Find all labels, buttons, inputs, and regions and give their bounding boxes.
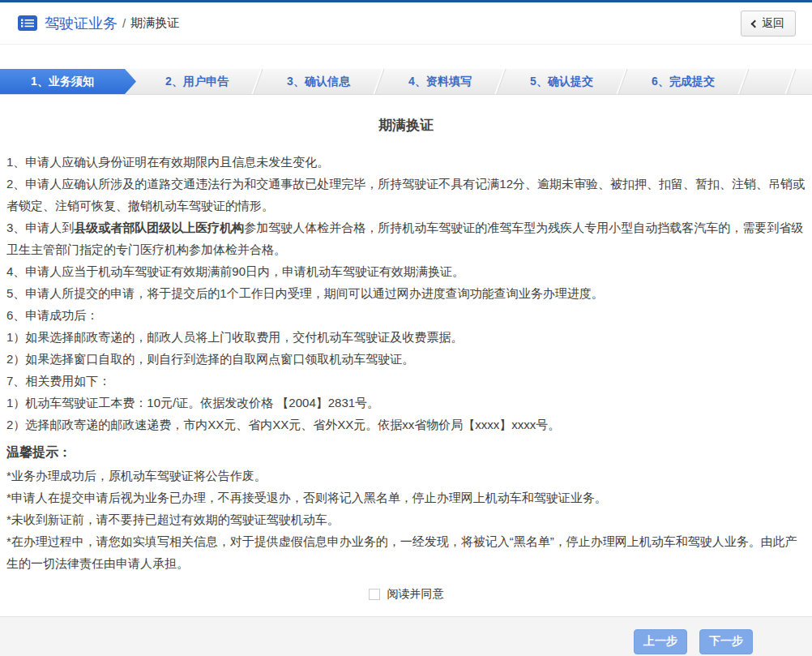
notice-item-7-sub-2: 2）选择邮政寄递的邮政速递费，市内XX元、省内XX元、省外XX元。依据xx省物价… bbox=[6, 414, 806, 435]
agree-checkbox[interactable] bbox=[369, 589, 380, 600]
back-button-label: 返回 bbox=[762, 16, 784, 31]
step-6-complete-submit: 6、完成提交 bbox=[622, 69, 744, 94]
header: 驾驶证业务 / 期满换证 返回 bbox=[0, 2, 812, 45]
agree-checkbox-label[interactable]: 阅读并同意 bbox=[387, 587, 444, 602]
notice-item-2: 2、申请人应确认所涉及的道路交通违法行为和交通事故已处理完毕，所持驾驶证不具有记… bbox=[6, 173, 806, 217]
step-2-user-declaration: 2、用户申告 bbox=[136, 69, 258, 94]
main-content: 期满换证 1、申请人应确认身份证明在有效期限内且信息未发生变化。 2、申请人应确… bbox=[0, 116, 812, 602]
step-3-confirm-info: 3、确认信息 bbox=[258, 69, 379, 94]
step-progress-bar: 1、业务须知 2、用户申告 3、确认信息 4、资料填写 5、确认提交 6、完成提… bbox=[0, 69, 812, 95]
content-title: 期满换证 bbox=[6, 116, 806, 135]
agreement-row: 阅读并同意 bbox=[6, 587, 806, 602]
tip-item-3: *未收到新证前，请不要持已超过有效期的驾驶证驾驶机动车。 bbox=[6, 508, 806, 530]
tip-item-2: *申请人在提交申请后视为业务已办理，不再接受退办，否则将记入黑名单，停止办理网上… bbox=[6, 487, 806, 508]
step-label: 2、用户申告 bbox=[165, 75, 229, 89]
notice-item-6-sub-2: 2）如果选择窗口自取的，则自行到选择的自取网点窗口领取机动车驾驶证。 bbox=[6, 348, 806, 370]
notice-item-1: 1、申请人应确认身份证明在有效期限内且信息未发生变化。 bbox=[6, 151, 806, 173]
breadcrumb: 驾驶证业务 / 期满换证 bbox=[18, 14, 179, 33]
tip-item-4: *在办理过程中，请您如实填写相关信息，对于提供虚假信息申办业务的，一经发现，将被… bbox=[6, 530, 806, 574]
step-1-business-notice: 1、业务须知 bbox=[0, 69, 136, 94]
notice-3-bold-text: 县级或者部队团级以上医疗机构 bbox=[74, 221, 244, 234]
notice-item-5: 5、申请人所提交的申请，将于提交后的1个工作日内受理，期间可以通过网办进度查询功… bbox=[6, 282, 806, 304]
notice-item-7: 7、相关费用如下： bbox=[6, 370, 806, 392]
tip-item-1: *业务办理成功后，原机动车驾驶证将公告作废。 bbox=[6, 465, 806, 487]
breadcrumb-separator: / bbox=[122, 16, 126, 30]
notice-3-prefix: 3、申请人到 bbox=[6, 221, 74, 234]
license-business-icon bbox=[18, 15, 37, 31]
notice-item-4: 4、申请人应当于机动车驾驶证有效期满前90日内，申请机动车驾驶证有效期满换证。 bbox=[6, 260, 806, 282]
notice-item-7-sub-1: 1）机动车驾驶证工本费：10元/证。依据发改价格 【2004】2831号。 bbox=[6, 392, 806, 414]
notice-item-6: 6、申请成功后： bbox=[6, 304, 806, 326]
step-bar-spacer bbox=[744, 69, 791, 94]
step-label: 3、确认信息 bbox=[287, 75, 350, 89]
page-title: 驾驶证业务 bbox=[45, 14, 118, 33]
next-step-button[interactable]: 下一步 bbox=[699, 629, 753, 654]
tips-title: 温馨提示： bbox=[6, 440, 806, 465]
step-label: 4、资料填写 bbox=[408, 75, 472, 89]
step-label: 5、确认提交 bbox=[530, 75, 593, 89]
back-chevron-icon bbox=[751, 19, 759, 28]
step-4-fill-materials: 4、资料填写 bbox=[379, 69, 501, 94]
notice-item-6-sub-1: 1）如果选择邮政寄递的，邮政人员将上门收取费用，交付机动车驾驶证及收费票据。 bbox=[6, 326, 806, 348]
step-label: 6、完成提交 bbox=[652, 75, 715, 89]
footer-action-bar: 上一步 下一步 bbox=[0, 616, 812, 656]
back-button[interactable]: 返回 bbox=[741, 11, 796, 36]
step-label: 1、业务须知 bbox=[31, 75, 94, 89]
step-5-confirm-submit: 5、确认提交 bbox=[501, 69, 622, 94]
prev-step-button[interactable]: 上一步 bbox=[634, 629, 687, 654]
breadcrumb-current: 期满换证 bbox=[130, 15, 179, 31]
notice-item-3: 3、申请人到县级或者部队团级以上医疗机构参加驾驶人体检并合格，所持机动车驾驶证的… bbox=[6, 217, 806, 260]
